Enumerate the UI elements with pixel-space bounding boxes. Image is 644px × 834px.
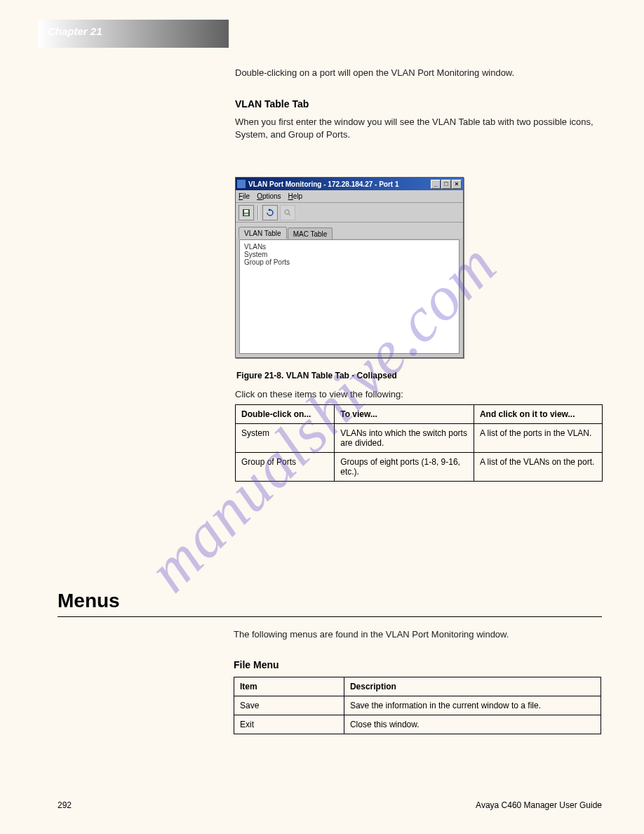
close-button[interactable]: × [452, 180, 462, 189]
svg-rect-1 [244, 210, 248, 213]
tab-mac-table[interactable]: MAC Table [288, 227, 333, 239]
intro-paragraph: Double-clicking on a port will open the … [235, 67, 586, 79]
menu-options[interactable]: Options [257, 192, 281, 200]
tree-item-system[interactable]: System [244, 251, 455, 258]
tab-strip: VLAN Table MAC Table [236, 223, 463, 238]
maximize-button[interactable]: □ [441, 180, 451, 189]
table2-h0: Item [234, 677, 344, 696]
embedded-screenshot: VLAN Port Monitoring - 172.28.184.27 - P… [235, 177, 464, 358]
minimize-button[interactable]: _ [431, 180, 441, 189]
tab-vlan-table[interactable]: VLAN Table [239, 227, 287, 239]
table1-r0c2: A list of the ports in the VLAN. [474, 424, 602, 453]
menu-bar: File Options Help [236, 190, 463, 203]
table1-r1c2: A list of the VLANs on the port. [474, 453, 602, 482]
toolbar [236, 203, 463, 223]
table-row: Group of Ports Groups of eight ports (1-… [236, 453, 603, 482]
save-icon[interactable] [239, 205, 254, 220]
table2-h1: Description [344, 677, 601, 696]
search-icon[interactable] [280, 205, 295, 220]
table-file-menu: Item Description Save Save the informati… [234, 677, 601, 734]
menus-heading: Menus [58, 590, 120, 612]
table1-r0c0: System [236, 424, 335, 453]
table2-r0c1: Save the information in the current wind… [344, 696, 601, 715]
menu-file[interactable]: File [239, 192, 250, 200]
page-footer: 292 Avaya C460 Manager User Guide [58, 800, 602, 810]
table1-h0: Double-click on... [236, 405, 335, 424]
table1-lead: Click on these items to view the followi… [235, 388, 607, 401]
svg-line-4 [289, 213, 291, 216]
table2-r1c1: Close this window. [344, 715, 601, 734]
app-icon [237, 180, 246, 188]
section-paragraph: When you first enter the window you will… [235, 116, 607, 141]
table1-r1c1: Groups of eight ports (1-8, 9-16, etc.). [335, 453, 474, 482]
table-row: System VLANs into which the switch ports… [236, 424, 603, 453]
figure-caption: Figure 21-8. VLAN Table Tab - Collapsed [236, 371, 397, 380]
doc-title: Avaya C460 Manager User Guide [476, 800, 602, 810]
svg-rect-2 [244, 213, 248, 216]
tree-item-vlans[interactable]: VLANs [244, 243, 455, 251]
tree-pane: VLANs System Group of Ports [239, 239, 459, 354]
table-row: Save Save the information in the current… [234, 696, 601, 715]
toolbar-separator [257, 206, 259, 220]
window-title: VLAN Port Monitoring - 172.28.184.27 - P… [248, 180, 399, 188]
svg-point-3 [285, 210, 289, 214]
file-menu-title: File Menu [234, 659, 279, 670]
table1-r1c0: Group of Ports [236, 453, 335, 482]
table1-h2: And click on it to view... [474, 405, 602, 424]
page-number: 292 [58, 800, 72, 810]
window-titlebar: VLAN Port Monitoring - 172.28.184.27 - P… [236, 178, 463, 190]
section-title: VLAN Table Tab [235, 98, 309, 110]
table-row: Exit Close this window. [234, 715, 601, 734]
table1-r0c1: VLANs into which the switch ports are di… [335, 424, 474, 453]
table1-h1: To view... [335, 405, 474, 424]
menus-intro: The following menus are found in the VLA… [234, 628, 605, 641]
table2-r1c0: Exit [234, 715, 344, 734]
table-click-actions: Double-click on... To view... And click … [235, 404, 603, 482]
table2-r0c0: Save [234, 696, 344, 715]
tree-item-group-ports[interactable]: Group of Ports [244, 258, 455, 266]
app-window: VLAN Port Monitoring - 172.28.184.27 - P… [235, 177, 464, 358]
refresh-icon[interactable] [262, 205, 278, 220]
menu-help[interactable]: Help [288, 192, 303, 200]
menus-rule [58, 616, 602, 617]
chapter-label: Chapter 21 [48, 25, 102, 37]
